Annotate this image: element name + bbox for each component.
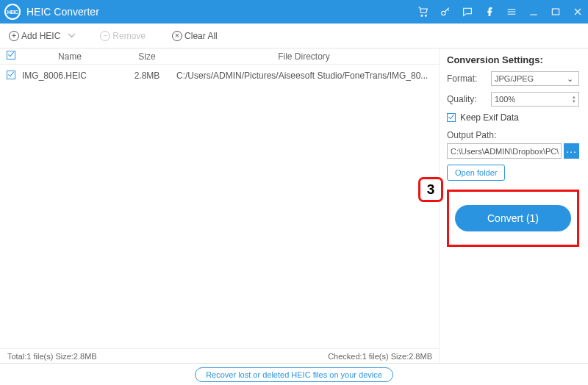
- chevron-down-icon: ⌄: [564, 74, 576, 84]
- open-folder-button[interactable]: Open folder: [447, 165, 505, 181]
- format-label: Format:: [447, 73, 487, 84]
- output-path-label: Output Path:: [447, 130, 579, 140]
- app-title: HEIC Converter: [26, 6, 417, 18]
- clear-icon: ×: [172, 31, 182, 41]
- callout-badge: 3: [418, 177, 443, 202]
- quality-value: 100%: [495, 95, 515, 104]
- remove-label: Remove: [112, 31, 146, 41]
- status-checked: Checked:1 file(s) Size:2.8MB: [328, 352, 432, 361]
- chat-icon[interactable]: [462, 6, 473, 18]
- quality-stepper[interactable]: 100% ▴▾: [491, 92, 579, 107]
- add-heic-label: Add HEIC: [21, 31, 60, 41]
- plus-icon: +: [9, 31, 19, 41]
- header-size: Size: [118, 51, 176, 62]
- svg-point-0: [421, 15, 423, 16]
- header-name: Name: [22, 51, 118, 62]
- format-select[interactable]: JPG/JPEG ⌄: [491, 71, 579, 86]
- main-area: Name Size File Directory IMG_8006.HEIC 2…: [0, 48, 588, 363]
- row-checkbox[interactable]: [7, 71, 15, 79]
- key-icon[interactable]: [440, 6, 451, 18]
- keep-exif-label: Keep Exif Data: [460, 112, 519, 123]
- status-total: Total:1 file(s) Size:2.8MB: [7, 352, 97, 361]
- clear-all-button[interactable]: × Clear All: [169, 29, 220, 43]
- convert-button[interactable]: Convert (1): [455, 205, 571, 231]
- quality-label: Quality:: [447, 94, 487, 104]
- add-dropdown-icon[interactable]: [69, 32, 76, 40]
- close-icon[interactable]: [572, 6, 584, 18]
- file-size: 2.8MB: [118, 71, 176, 81]
- clear-all-label: Clear All: [184, 31, 218, 41]
- settings-title: Conversion Settings:: [447, 54, 579, 65]
- output-path-value: C:\Users\ADMIN\Dropbox\PC\: [451, 147, 559, 156]
- maximize-icon[interactable]: [550, 6, 562, 18]
- facebook-icon[interactable]: [484, 6, 495, 18]
- remove-button: − Remove: [97, 29, 148, 43]
- status-bar: Total:1 file(s) Size:2.8MB Checked:1 fil…: [0, 348, 440, 363]
- output-path-field[interactable]: C:\Users\ADMIN\Dropbox\PC\: [447, 143, 562, 159]
- minus-icon: −: [100, 31, 110, 41]
- format-value: JPG/JPEG: [495, 74, 534, 83]
- toolbar: + Add HEIC − Remove × Clear All: [0, 24, 588, 48]
- cart-icon[interactable]: [417, 6, 429, 18]
- settings-panel: Conversion Settings: Format: JPG/JPEG ⌄ …: [440, 48, 587, 363]
- file-list-panel: Name Size File Directory IMG_8006.HEIC 2…: [0, 48, 440, 363]
- browse-button[interactable]: ···: [564, 143, 579, 159]
- list-header: Name Size File Directory: [0, 48, 439, 65]
- titlebar: HEIC HEIC Converter: [0, 0, 588, 24]
- table-row[interactable]: IMG_8006.HEIC 2.8MB C:/Users/ADMIN/Pictu…: [0, 65, 439, 87]
- header-dir: File Directory: [176, 51, 439, 62]
- svg-rect-3: [552, 9, 559, 15]
- bottom-bar: Recover lost or deleted HEIC files on yo…: [0, 363, 588, 385]
- add-heic-button[interactable]: + Add HEIC: [6, 29, 63, 43]
- minimize-icon[interactable]: [528, 6, 539, 18]
- convert-highlight: 3 Convert (1): [447, 190, 579, 247]
- keep-exif-checkbox[interactable]: [447, 113, 456, 122]
- file-name: IMG_8006.HEIC: [22, 71, 118, 81]
- svg-point-2: [442, 11, 445, 15]
- svg-point-1: [425, 15, 426, 16]
- recover-link[interactable]: Recover lost or deleted HEIC files on yo…: [195, 367, 393, 382]
- select-all-checkbox[interactable]: [7, 51, 15, 60]
- file-directory: C:/Users/ADMIN/Pictures/Aiseesoft Studio…: [176, 71, 439, 81]
- spinner-icon: ▴▾: [573, 95, 576, 104]
- menu-icon[interactable]: [506, 6, 517, 18]
- app-logo-icon: HEIC: [4, 4, 21, 20]
